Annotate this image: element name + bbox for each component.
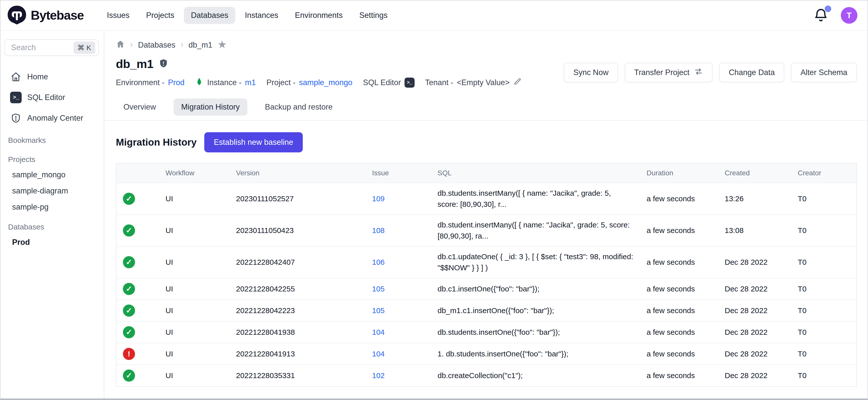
sidebar-item-home[interactable]: Home [0,66,104,87]
sql-cell: db.students.insertMany([ { name: "Jacika… [431,183,640,215]
duration-cell: a few seconds [640,278,718,300]
table-row[interactable]: ✓ UI 20221228035331 102 db.createCollect… [116,365,857,387]
table-row[interactable]: ✓ UI 20221228042255 105 db.c1.insertOne(… [116,278,857,300]
issue-link[interactable]: 106 [372,258,384,266]
created-cell: 13:08 [718,215,791,246]
sql-cell: db.c1.insertOne({"foo": "bar"}); [431,278,640,300]
project-link[interactable]: sample_mongo [299,78,352,87]
workflow-cell: UI [159,246,229,278]
nav-item-issues[interactable]: Issues [100,7,136,24]
version-cell: 20221228042255 [229,278,366,300]
establish-baseline-button[interactable]: Establish new baseline [204,132,303,152]
alter-schema-button[interactable]: Alter Schema [791,63,857,82]
issue-link[interactable]: 104 [372,328,384,336]
bytebase-logo-icon [7,5,27,26]
sidebar-item-label: Home [27,72,48,81]
sync-now-button[interactable]: Sync Now [564,63,618,82]
workflow-cell: UI [159,183,229,215]
change-data-button[interactable]: Change Data [719,63,784,82]
table-row[interactable]: ✓ UI 20230111052527 109 db.students.inse… [116,183,857,215]
tab-migration-history[interactable]: Migration History [174,98,247,116]
app-window: Bytebase Issues Projects Databases Insta… [0,0,868,400]
nav-item-environments[interactable]: Environments [288,7,350,24]
page-title: db_m1 [116,57,153,71]
creator-cell: T0 [791,343,857,365]
creator-cell: T0 [791,321,857,343]
version-cell: 20221228041913 [229,343,366,365]
duration-cell: a few seconds [640,246,718,278]
table-row[interactable]: ✓ UI 20221228042223 105 db_m1.c1.insertO… [116,300,857,321]
sql-cell: db.createCollection("c1"); [431,365,640,387]
sidebar-project-sample-pg[interactable]: sample-pg [0,199,104,215]
status-success-icon: ✓ [123,256,135,268]
avatar[interactable]: T [841,7,858,24]
sidebar-database-prod[interactable]: Prod [0,234,104,250]
duration-cell: a few seconds [640,321,718,343]
created-cell: 13:26 [718,183,791,215]
table-row[interactable]: ✓ UI 20221228041938 104 db.students.inse… [116,321,857,343]
instance-link[interactable]: m1 [245,78,256,87]
sql-cell: db_m1.c1.insertOne({"foo": "bar"}); [431,300,640,321]
workflow-cell: UI [159,278,229,300]
sidebar-item-sql-editor[interactable]: >_ SQL Editor [0,87,104,108]
sidebar-item-label: SQL Editor [27,93,65,102]
created-cell: Dec 28 2022 [718,300,791,321]
table-header-row: Workflow Version Issue SQL Duration Crea… [116,163,857,183]
breadcrumb-home-icon[interactable] [116,39,125,51]
status-success-icon: ✓ [123,224,135,237]
nav-right: T [813,7,858,24]
issue-link[interactable]: 104 [372,350,384,358]
nav-item-settings[interactable]: Settings [352,7,395,24]
environment-link[interactable]: Prod [168,78,184,87]
sidebar-project-sample-mongo[interactable]: sample_mongo [0,167,104,183]
version-cell: 20221228042223 [229,300,366,321]
search-input[interactable] [10,43,73,52]
creator-cell: T0 [791,215,857,246]
sql-cell: db.c1.updateOne( { _id: 3 }, [ { $set: {… [431,246,640,278]
brand-name: Bytebase [31,8,84,23]
migration-table-body: ✓ UI 20230111052527 109 db.students.inse… [116,183,857,387]
sidebar-item-anomaly-center[interactable]: Anomaly Center [0,108,104,128]
transfer-arrows-icon [694,67,703,78]
issue-link[interactable]: 105 [372,285,384,293]
shield-alert-icon [10,112,22,124]
brand-logo[interactable]: Bytebase [7,5,84,26]
search-box[interactable]: ⌘ K [4,39,99,56]
col-workflow: Workflow [159,163,229,183]
nav-item-projects[interactable]: Projects [139,7,181,24]
table-row[interactable]: ✓ UI 20230111050423 108 db.student.inser… [116,215,857,246]
issue-link[interactable]: 109 [372,194,384,203]
tab-overview[interactable]: Overview [116,98,163,116]
sidebar-item-label: Anomaly Center [27,114,83,123]
version-cell: 20230111050423 [229,215,366,246]
issue-link[interactable]: 102 [372,371,384,379]
table-row[interactable]: ✓ UI 20221228042407 106 db.c1.updateOne(… [116,246,857,278]
breadcrumb-databases[interactable]: Databases [138,40,175,50]
breadcrumb-separator: › [180,40,183,50]
transfer-project-button[interactable]: Transfer Project [625,63,713,82]
favorite-star-icon[interactable]: ★ [217,39,227,51]
tab-bar: Overview Migration History Backup and re… [104,88,868,116]
nav-item-instances[interactable]: Instances [238,7,285,24]
nav-item-databases[interactable]: Databases [184,7,235,24]
duration-cell: a few seconds [640,300,718,321]
meta-environment: Environment - Prod [116,78,184,87]
tab-backup-and-restore[interactable]: Backup and restore [257,98,340,116]
sidebar-project-sample-diagram[interactable]: sample-diagram [0,183,104,199]
table-row[interactable]: ! UI 20221228041913 104 1. db.students.i… [116,343,857,365]
sidebar-section-bookmarks: Bookmarks [0,128,104,148]
edit-pencil-icon[interactable] [513,77,522,88]
creator-cell: T0 [791,278,857,300]
breadcrumb-db-m1[interactable]: db_m1 [188,40,212,50]
breadcrumb: › Databases › db_m1 ★ [104,31,868,51]
issue-link[interactable]: 105 [372,306,384,315]
status-success-icon: ✓ [123,283,135,295]
meta-row: Environment - Prod Instance - [116,77,522,88]
issue-link[interactable]: 108 [372,226,384,235]
notification-bell-icon[interactable] [813,7,829,23]
meta-sql-editor[interactable]: SQL Editor >_ [363,78,414,88]
created-cell: Dec 28 2022 [718,343,791,365]
col-creator: Creator [791,163,857,183]
workflow-cell: UI [159,321,229,343]
col-sql: SQL [431,163,640,183]
